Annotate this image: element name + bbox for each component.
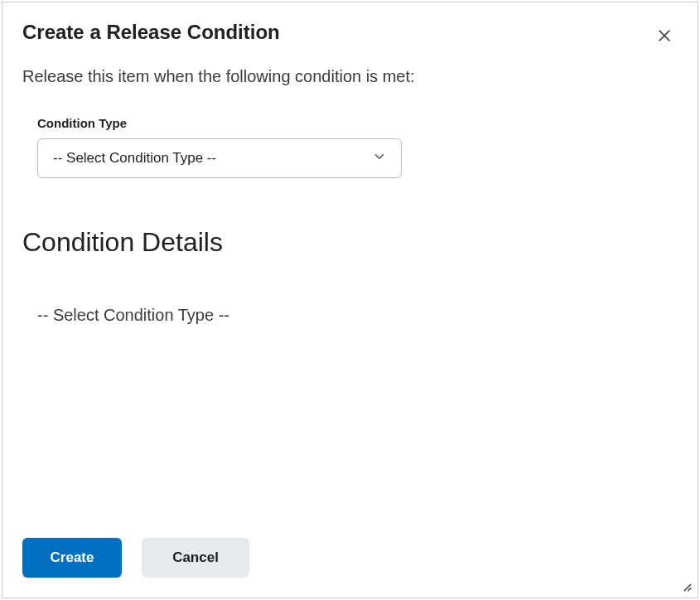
close-icon: [656, 27, 673, 46]
condition-type-select-wrap: -- Select Condition Type --: [37, 138, 402, 178]
create-button[interactable]: Create: [22, 538, 122, 578]
condition-details-placeholder: -- Select Condition Type --: [22, 306, 678, 325]
condition-type-field: Condition Type -- Select Condition Type …: [22, 116, 678, 178]
dialog-footer: Create Cancel: [2, 538, 698, 598]
svg-line-3: [688, 588, 691, 591]
resize-handle[interactable]: [678, 578, 693, 593]
release-condition-dialog: Create a Release Condition Release this …: [2, 2, 698, 598]
dialog-header: Create a Release Condition: [2, 2, 698, 50]
dialog-title: Create a Release Condition: [22, 21, 280, 45]
condition-type-label: Condition Type: [37, 116, 678, 130]
condition-type-selected-value: -- Select Condition Type --: [53, 150, 216, 167]
condition-details-heading: Condition Details: [22, 226, 678, 258]
resize-icon: [678, 581, 693, 595]
dialog-body: Release this item when the following con…: [2, 50, 698, 538]
close-button[interactable]: [653, 24, 676, 50]
cancel-button[interactable]: Cancel: [142, 538, 249, 578]
dialog-subtitle: Release this item when the following con…: [22, 65, 678, 88]
condition-type-select[interactable]: -- Select Condition Type --: [37, 138, 402, 178]
